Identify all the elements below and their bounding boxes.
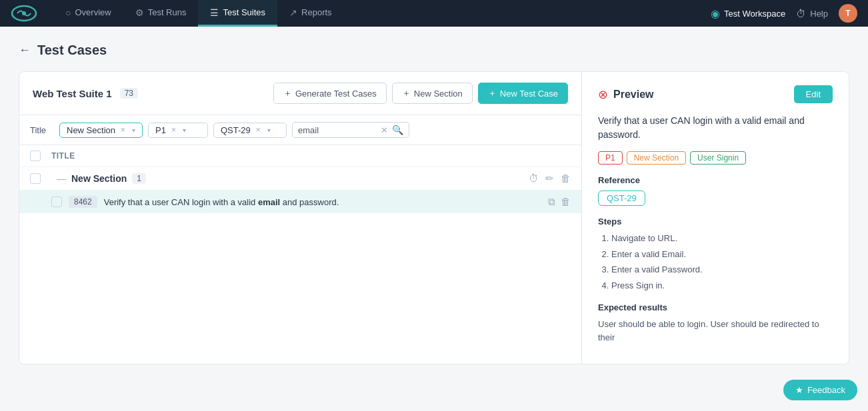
- workspace-indicator: ◉ Test Workspace: [711, 7, 785, 20]
- new-test-case-button[interactable]: ＋ New Test Case: [478, 83, 568, 104]
- reference-chip: QST-29: [598, 191, 645, 206]
- preview-error-icon: ⊗: [598, 87, 608, 102]
- search-icon: 🔍: [392, 125, 403, 135]
- header-title-col: Title: [51, 151, 571, 161]
- section-name: New Section: [71, 173, 127, 184]
- filter-section-dropdown[interactable]: New Section × ▾: [59, 123, 143, 138]
- content-area: Web Test Suite 1 73 ＋ Generate Test Case…: [19, 71, 849, 364]
- svg-point-1: [22, 11, 26, 15]
- nav-right: ◉ Test Workspace ⏱ Help T: [711, 4, 857, 23]
- right-panel: ⊗ Preview Edit Verify that a user CAN lo…: [582, 72, 849, 364]
- filter-priority-dropdown[interactable]: P1 × ▾: [148, 123, 208, 138]
- step-4: Press Sign in.: [611, 279, 833, 292]
- generate-test-cases-button[interactable]: ＋ Generate Test Cases: [273, 83, 387, 104]
- step-1: Navigate to URL.: [611, 232, 833, 245]
- edit-button[interactable]: Edit: [794, 85, 833, 103]
- tag-section: New Section: [627, 151, 686, 165]
- plus-icon-tc: ＋: [488, 87, 497, 99]
- step-3: Enter a valid Password.: [611, 263, 833, 276]
- nav-item-test-runs[interactable]: ⚙ Test Runs: [123, 0, 199, 27]
- select-all-checkbox[interactable]: [30, 151, 41, 161]
- section-count-badge: 1: [132, 173, 146, 184]
- user-avatar[interactable]: T: [839, 4, 857, 23]
- filter-ref-chevron-icon: ▾: [267, 127, 271, 134]
- section-delete-icon[interactable]: 🗑: [561, 173, 571, 185]
- section-collapse-icon[interactable]: —: [57, 173, 66, 184]
- section-actions: ⏱ ✏ 🗑: [529, 173, 571, 185]
- testcase-actions: ⧉ 🗑: [548, 196, 571, 208]
- filter-section-chevron-icon: ▾: [132, 127, 135, 134]
- section-edit-icon[interactable]: ✏: [545, 173, 554, 185]
- filter-ref-value: QST-29: [221, 125, 251, 135]
- help-button[interactable]: ⏱ Help: [796, 8, 828, 19]
- header-checkbox-col: [30, 151, 51, 161]
- filter-row: Title New Section × ▾ P1 × ▾ QST-29 × ▾: [19, 115, 581, 145]
- filter-title-label: Title: [30, 125, 54, 135]
- steps-list: Navigate to URL. Enter a valid Email. En…: [598, 232, 833, 292]
- preview-header: ⊗ Preview Edit: [598, 85, 833, 103]
- filter-priority-chevron-icon: ▾: [183, 127, 186, 134]
- test-runs-icon: ⚙: [135, 7, 144, 18]
- search-input-wrapper[interactable]: ✕ 🔍: [292, 122, 409, 138]
- page-title: Test Cases: [37, 43, 107, 58]
- expected-results-label: Expected results: [598, 302, 833, 312]
- reports-icon: ↗: [289, 7, 297, 18]
- section-row: — New Section 1 ⏱ ✏ 🗑: [19, 167, 581, 190]
- tag-signin: User Signin: [690, 151, 746, 165]
- new-section-button[interactable]: ＋ New Section: [392, 83, 473, 104]
- filter-priority-value: P1: [155, 125, 166, 135]
- testcase-row: 8462 Verify that a user CAN login with a…: [19, 190, 581, 213]
- nav-item-test-suites[interactable]: ☰ Test Suites: [198, 0, 277, 27]
- filter-section-close-icon[interactable]: ×: [121, 125, 125, 135]
- section-timer-icon[interactable]: ⏱: [529, 173, 539, 185]
- overview-icon: ○: [65, 7, 71, 18]
- left-panel: Web Test Suite 1 73 ＋ Generate Test Case…: [19, 72, 582, 364]
- navbar: ○ Overview ⚙ Test Runs ☰ Test Suites ↗ R…: [0, 0, 868, 27]
- back-button[interactable]: ←: [19, 43, 31, 57]
- filter-priority-close-icon[interactable]: ×: [171, 125, 176, 135]
- test-suites-icon: ☰: [210, 7, 219, 18]
- tags-row: P1 New Section User Signin: [598, 151, 833, 165]
- tag-p1: P1: [598, 151, 623, 165]
- clear-search-icon[interactable]: ✕: [381, 125, 388, 135]
- testcase-copy-icon[interactable]: ⧉: [548, 196, 555, 208]
- plus-icon: ＋: [283, 87, 292, 99]
- search-input[interactable]: [298, 125, 378, 135]
- header-actions: ＋ Generate Test Cases ＋ New Section ＋ Ne…: [273, 83, 568, 104]
- section-checkbox[interactable]: [30, 173, 41, 184]
- plus-icon-section: ＋: [402, 87, 411, 99]
- expected-results-text: User should be able to login. User shoul…: [598, 318, 833, 344]
- filter-ref-close-icon[interactable]: ×: [256, 125, 261, 135]
- breadcrumb: ← Test Cases: [19, 43, 849, 58]
- testcase-id: 8462: [69, 196, 97, 208]
- suite-title: Web Test Suite 1: [33, 88, 112, 99]
- filter-section-value: New Section: [67, 125, 115, 135]
- steps-label: Steps: [598, 216, 833, 226]
- panel-header: Web Test Suite 1 73 ＋ Generate Test Case…: [19, 72, 581, 115]
- nav-item-overview[interactable]: ○ Overview: [53, 0, 123, 27]
- testcase-delete-icon[interactable]: 🗑: [561, 196, 571, 208]
- filter-ref-dropdown[interactable]: QST-29 × ▾: [213, 123, 287, 138]
- workspace-icon: ◉: [711, 7, 720, 20]
- nav-items: ○ Overview ⚙ Test Runs ☰ Test Suites ↗ R…: [53, 0, 711, 27]
- reference-label: Reference: [598, 175, 833, 185]
- testcase-title: Verify that a user CAN login with a vali…: [104, 197, 541, 207]
- help-icon: ⏱: [796, 8, 806, 19]
- step-2: Enter a valid Email.: [611, 248, 833, 261]
- nav-item-reports[interactable]: ↗ Reports: [277, 0, 344, 27]
- preview-title: Preview: [613, 89, 789, 101]
- suite-count: 73: [120, 88, 138, 99]
- testcase-checkbox[interactable]: [51, 197, 62, 207]
- test-description: Verify that a user CAN login with a vali…: [598, 114, 833, 142]
- logo[interactable]: [11, 4, 37, 23]
- table-header: Title: [19, 145, 581, 167]
- section-checkbox-col: [30, 173, 51, 184]
- page-container: ← Test Cases Web Test Suite 1 73 ＋ Gener…: [0, 27, 868, 364]
